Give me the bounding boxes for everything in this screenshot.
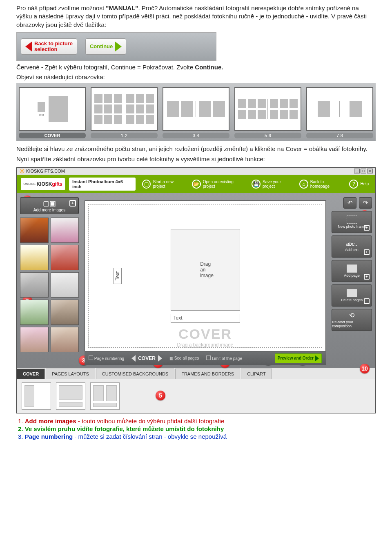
- menu-new-label: Start a new project: [153, 180, 186, 189]
- menu-save-project[interactable]: 💾Save your project: [249, 178, 296, 190]
- add-more-images-button[interactable]: ▢▣ + Add more images: [20, 197, 79, 214]
- checkbox-icon: [89, 355, 93, 360]
- thumbnail[interactable]: [20, 245, 49, 270]
- mid-p2: Červené - Zpět k výběru fotografií, Cont…: [16, 63, 376, 71]
- restart-composition-button[interactable]: ⟲Re-start your composition: [332, 309, 372, 331]
- toolbar: ONLINE KIOSK gifts Instant Photoalbum 4x…: [17, 175, 375, 193]
- help-icon: ?: [349, 180, 358, 189]
- back-label: Back to picture selection: [34, 41, 73, 52]
- editor-app: 🔆 KIOSKGIFTS.COM _ □ × ONLINE KIOSK gift…: [16, 167, 376, 413]
- spread-label-12: 1-2: [91, 133, 158, 138]
- thumbnail[interactable]: [51, 272, 79, 298]
- restart-label: Re-start your composition: [332, 320, 372, 328]
- thumbnail[interactable]: [51, 245, 79, 270]
- redo-button[interactable]: ↷: [359, 197, 372, 209]
- preview-order-button[interactable]: Preview and Order: [275, 353, 322, 363]
- thumbnail[interactable]: [51, 218, 79, 243]
- add-page-button[interactable]: +Add page: [332, 260, 372, 282]
- mid2-p4: Nedělejte si hlavu ze znázorněného počtu…: [16, 145, 376, 153]
- menu-open-project[interactable]: 📂Open an existing project: [189, 178, 248, 190]
- layout-option[interactable]: [22, 382, 51, 410]
- spread-label-56: 5-6: [234, 133, 301, 138]
- plus-icon: +: [364, 225, 370, 231]
- maximize-button[interactable]: □: [361, 169, 366, 173]
- buttons-strip: Back to picture selection Continue: [16, 32, 216, 61]
- legend-item-3: 3. Page numbering - můžete si zadat čísl…: [18, 433, 376, 440]
- menu-home[interactable]: ⌂Back to homepage: [297, 178, 346, 190]
- open-project-icon: 📂: [192, 180, 201, 189]
- left-panel: ▢▣ + Add more images: [17, 193, 82, 368]
- spread-cover[interactable]: Text COVER: [19, 87, 86, 138]
- delpages-label: Delete pages: [341, 298, 363, 302]
- checkbox-icon: [206, 355, 211, 360]
- prev-page-icon[interactable]: [131, 355, 136, 362]
- app-titlebar: 🔆 KIOSKGIFTS.COM _ □ ×: [17, 168, 375, 175]
- home-icon: ⌂: [299, 180, 308, 189]
- cover-wm-sub: Drag a background image: [85, 342, 325, 348]
- bottom-controls: Page numbering COVER ▦ See all pages Lim…: [85, 351, 326, 365]
- limit-page-toggle[interactable]: Limit of the page: [206, 355, 242, 361]
- pages-strip: Text COVER 1-2 3-4 5-6 7-8: [16, 83, 376, 141]
- legend-item-1: 1. Add more images - touto volbou můžete…: [18, 418, 376, 424]
- menu-open-label: Open an existing project: [203, 180, 246, 189]
- tab-cover[interactable]: COVER: [17, 369, 45, 379]
- spread-1-2[interactable]: 1-2: [91, 87, 158, 138]
- plus-icon: +: [69, 200, 76, 207]
- tab-frames[interactable]: FRAMES AND BORDERS: [175, 369, 240, 379]
- close-button[interactable]: ×: [367, 169, 373, 173]
- minimize-button[interactable]: _: [354, 169, 360, 173]
- add-more-label: Add more images: [33, 208, 65, 212]
- back-to-picture-button[interactable]: Back to picture selection: [21, 38, 77, 55]
- see-all-pages-button[interactable]: ▦ See all pages: [169, 356, 199, 360]
- new-photo-frame-button[interactable]: +New photo frame: [332, 211, 372, 233]
- delete-pages-button[interactable]: –Delete pages: [332, 284, 372, 307]
- app-title-text: KIOSKGIFTS.COM: [26, 169, 65, 173]
- addtext-label: Add text: [345, 248, 359, 252]
- mid-p3: Objeví se následující obrazovka:: [16, 73, 376, 81]
- thumbnail[interactable]: [51, 327, 79, 352]
- minus-icon: –: [364, 298, 370, 304]
- plus-icon: +: [364, 274, 370, 280]
- add-text-button[interactable]: abc..+Add text: [332, 236, 372, 258]
- menu-help[interactable]: ?Help: [347, 178, 371, 190]
- spread-7-8[interactable]: 7-8: [306, 87, 373, 138]
- thumbnail[interactable]: [20, 272, 49, 298]
- mid-p2b: Continue.: [195, 64, 223, 71]
- menu-save-label: Save your project: [263, 180, 294, 189]
- legend-item-2: 2. Ve svislém pruhu vidíte fotografie, k…: [18, 425, 376, 432]
- continue-button[interactable]: Continue: [85, 38, 126, 55]
- bottom-tabs: COVER PAGES LAYOUTS CUSTOMISED BACKGROUN…: [17, 368, 375, 379]
- tab-pages-layouts[interactable]: PAGES LAYOUTS: [46, 369, 95, 379]
- plus-icon: +: [364, 249, 370, 255]
- thumbnail[interactable]: [20, 218, 49, 243]
- cover-watermark: COVER Drag a background image: [85, 326, 325, 348]
- badge-10: 10: [360, 364, 370, 373]
- addpage-label: Add page: [344, 273, 360, 278]
- thumbnails: [20, 218, 79, 352]
- tab-clipart[interactable]: CLIPART: [241, 369, 272, 379]
- cover-canvas[interactable]: Text Drag an image Text COVER Drag a bac…: [85, 200, 326, 351]
- page-numbering-toggle[interactable]: Page numbering: [89, 355, 124, 361]
- back-label-2: selection: [34, 46, 57, 52]
- intro-text: Pro náš případ zvolíme možnost: [16, 4, 106, 11]
- thumbnail[interactable]: [20, 300, 49, 325]
- spread-label-cover: COVER: [19, 133, 86, 138]
- spread-5-6[interactable]: 5-6: [234, 87, 301, 138]
- tab-backgrounds[interactable]: CUSTOMISED BACKGROUNDS: [96, 369, 174, 379]
- undo-button[interactable]: ↶: [343, 197, 356, 209]
- mid2-p5: Nyní spatříte základní obrazovku pro tvo…: [16, 155, 376, 163]
- menu-help-label: Help: [360, 182, 369, 186]
- newframe-label: New photo frame: [338, 224, 366, 229]
- thumbnail[interactable]: [20, 327, 49, 352]
- menu-new-project[interactable]: ▢Start a new project: [140, 178, 189, 190]
- seeall-label: See all pages: [174, 356, 199, 360]
- window-controls: _ □ ×: [354, 169, 373, 173]
- layout-option[interactable]: [56, 382, 85, 410]
- spread-3-4[interactable]: 3-4: [163, 87, 229, 138]
- layout-option[interactable]: [90, 382, 120, 410]
- canvas-area: Text Drag an image Text COVER Drag a bac…: [82, 193, 328, 368]
- spine-text-slot[interactable]: Text: [114, 268, 122, 284]
- thumbnail[interactable]: [51, 300, 79, 325]
- next-page-icon[interactable]: [158, 355, 162, 362]
- page-nav[interactable]: COVER: [131, 355, 162, 362]
